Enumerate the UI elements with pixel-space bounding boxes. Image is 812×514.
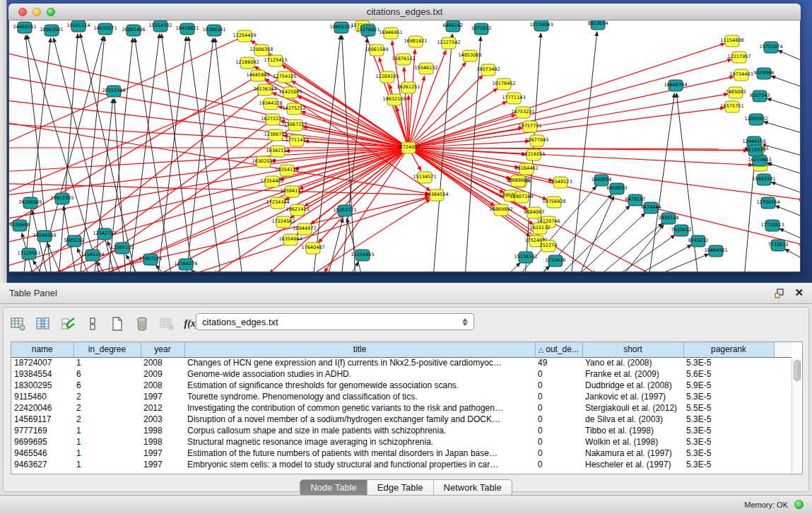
column-header-in_degree[interactable]: in_degree [73, 342, 141, 357]
graph-node-teal[interactable]: 7632612 [671, 225, 692, 236]
table-cell[interactable]: 9777169 [11, 425, 73, 436]
graph-node-yellow[interactable]: 16753231 [511, 107, 534, 118]
table-row[interactable]: 1872400712008Changes of HCN gene express… [11, 357, 792, 368]
graph-edge[interactable] [408, 59, 731, 148]
table-cell[interactable]: 6 [73, 368, 141, 380]
graph-node-teal[interactable]: 24456251 [13, 22, 36, 33]
graph-node-teal[interactable]: 10464501 [704, 245, 727, 257]
graph-edge[interactable] [771, 76, 800, 88]
graph-edge[interactable] [571, 32, 597, 271]
table-cell[interactable]: 5.3E-5 [683, 414, 774, 425]
graph-node-teal[interactable]: 1071912 [471, 23, 492, 35]
graph-edge[interactable] [785, 249, 800, 259]
graph-edge[interactable] [408, 62, 466, 148]
column-header-name[interactable]: name [11, 342, 73, 357]
graph-node-teal[interactable]: 14164276 [174, 259, 197, 270]
graph-node-yellow[interactable]: 18061549 [365, 45, 388, 56]
graph-node-yellow[interactable]: 16549123 [548, 177, 572, 188]
table-row[interactable]: 977716911998Corpus callosum shape and si… [11, 425, 792, 436]
graph-edge[interactable] [767, 98, 800, 110]
table-cell[interactable]: 0 [535, 425, 582, 436]
graph-node-yellow[interactable]: 15546132 [414, 63, 437, 74]
tab-node-table[interactable]: Node Table [300, 480, 367, 496]
graph-node-yellow[interactable]: 16272213 [261, 114, 284, 125]
column-header-out_de[interactable]: △out_de... [535, 342, 582, 357]
graph-edge[interactable] [764, 122, 800, 134]
table-cell[interactable]: Structural magnetic resonance image aver… [184, 436, 535, 448]
tab-network-table[interactable]: Network Table [434, 480, 512, 496]
graph-edge[interactable] [775, 206, 800, 217]
table-row[interactable]: 946554611997Estimation of the future num… [11, 448, 792, 459]
column-visibility-icon[interactable] [35, 316, 51, 332]
row-tools-icon[interactable] [85, 316, 100, 332]
graph-node-yellow[interactable]: 11154808 [720, 35, 743, 47]
table-cell[interactable]: 9115460 [11, 391, 73, 402]
graph-node-teal[interactable]: 9474444 [641, 202, 661, 214]
table-cell[interactable]: 0 [535, 391, 582, 402]
table-cell[interactable]: 2008 [141, 357, 184, 368]
table-scrollbar-thumb[interactable] [794, 360, 801, 381]
table-cell[interactable]: Nakamura et al. (1997) [582, 448, 683, 459]
graph-node-yellow[interactable]: 17640487 [301, 243, 324, 254]
table-cell[interactable]: Disruption of a novel member of a sodium… [184, 414, 535, 425]
table-cell[interactable]: Estimation of significance thresholds fo… [184, 380, 535, 391]
table-cell[interactable]: 0 [535, 448, 582, 459]
graph-node-teal[interactable]: 15751074 [759, 42, 782, 53]
delete-table-icon[interactable] [134, 316, 150, 332]
table-cell[interactable]: 1997 [141, 459, 184, 470]
graph-node-teal[interactable]: 8215953 [746, 145, 766, 156]
table-settings-icon[interactable] [11, 316, 26, 332]
table-cell[interactable]: 0 [535, 380, 582, 391]
graph-node-teal[interactable]: 7732013 [768, 240, 789, 251]
table-cell[interactable]: 9699695 [11, 436, 73, 448]
table-row[interactable]: 2242004622012Investigating the contribut… [11, 402, 792, 414]
graph-edge[interactable] [649, 254, 709, 271]
table-cell[interactable]: 5.3E-5 [683, 357, 774, 368]
table-cell[interactable]: 5.3E-5 [683, 425, 774, 436]
table-cell[interactable]: 5.3E-5 [683, 391, 774, 402]
table-cell[interactable]: 1997 [141, 391, 184, 402]
graph-node-yellow[interactable]: 12386711 [264, 129, 287, 141]
column-header-pagerank[interactable]: pagerank [683, 342, 774, 357]
graph-edge[interactable] [408, 148, 800, 245]
graph-edge[interactable] [613, 235, 675, 271]
window-titlebar[interactable]: citations_edges.txt [8, 4, 801, 21]
table-cell[interactable]: 1 [73, 448, 141, 459]
table-cell[interactable]: Stergiakouli et al. (2012) [582, 402, 683, 414]
table-cell[interactable]: 49 [535, 357, 582, 368]
graph-node-yellow[interactable]: 12217957 [727, 52, 751, 63]
table-scrollbar[interactable] [792, 358, 802, 474]
table-cell[interactable]: 22420046 [11, 402, 73, 414]
table-cell[interactable]: 1997 [141, 448, 184, 459]
table-cell[interactable]: 2 [73, 391, 141, 402]
table-cell[interactable]: Jankovic et al. (1997) [582, 391, 683, 402]
graph-node-teal[interactable]: 20153346 [102, 86, 125, 97]
table-cell[interactable]: 18724007 [11, 357, 73, 368]
graph-node-yellow[interactable]: 19734493 [729, 69, 753, 81]
table-cell[interactable]: Genome-wide association studies in ADHD. [184, 368, 535, 380]
graph-edge[interactable] [9, 183, 429, 195]
table-cell[interactable]: 0 [535, 459, 582, 470]
graph-node-teal[interactable]: 20891406 [122, 25, 145, 36]
table-cell[interactable]: de Silva et al. (2003) [582, 414, 683, 425]
graph-node-yellow[interactable]: 19621413 [286, 204, 309, 216]
graph-node-teal[interactable]: 9245012 [688, 235, 709, 247]
graph-node-teal[interactable]: 9329966 [754, 68, 775, 79]
graph-edge[interactable] [101, 192, 292, 271]
table-cell[interactable]: 5.3E-5 [683, 436, 774, 448]
table-source-select[interactable]: citations_edges.txt [196, 313, 474, 330]
graph-node-yellow[interactable]: 20136344 [253, 84, 276, 95]
graph-node-teal[interactable]: 1733426 [546, 255, 566, 267]
table-cell[interactable]: 18300295 [11, 380, 73, 391]
table-cell[interactable]: Dudbridge et al. (2008) [582, 380, 683, 391]
graph-node-yellow[interactable]: 16354944 [278, 234, 302, 245]
graph-node-yellow[interactable]: 1615132 [530, 223, 551, 234]
graph-node-yellow[interactable]: 10677045 [525, 135, 548, 146]
column-header-year[interactable]: year [141, 342, 184, 357]
graph-node-teal[interactable]: 14035571 [93, 23, 117, 35]
graph-node-yellow[interactable]: 12127542 [437, 37, 460, 49]
table-row[interactable]: 946362711997Embryonic stem cells: a mode… [11, 459, 792, 470]
table-row[interactable]: 911546021997Tourette syndrome. Phenomeno… [11, 391, 792, 402]
column-header-title[interactable]: title [184, 342, 535, 357]
graph-edge[interactable] [215, 38, 242, 271]
